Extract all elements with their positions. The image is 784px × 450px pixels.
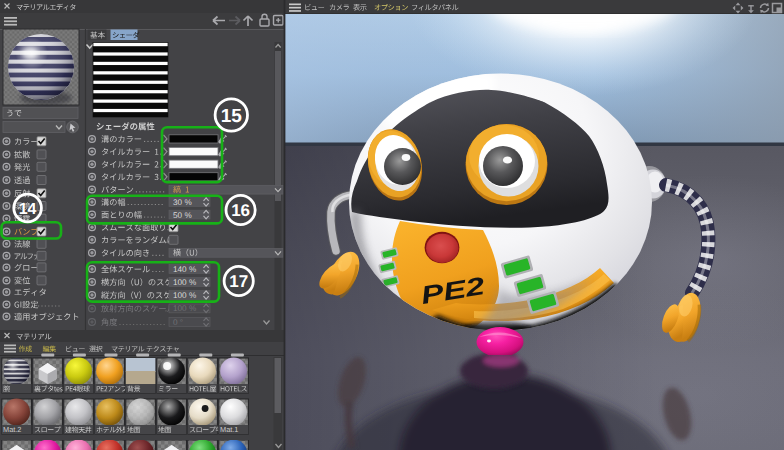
svg-text:17: 17 xyxy=(229,272,248,291)
svg-text:0 °: 0 ° xyxy=(173,318,183,327)
svg-text:16: 16 xyxy=(231,201,250,220)
svg-text:140 %: 140 % xyxy=(173,265,196,274)
svg-text:100 %: 100 % xyxy=(173,304,196,313)
svg-text:100 %: 100 % xyxy=(173,291,196,300)
svg-text:100 %: 100 % xyxy=(173,278,196,287)
svg-text:30 %: 30 % xyxy=(173,198,192,207)
svg-text:15: 15 xyxy=(221,106,243,127)
svg-text:14: 14 xyxy=(19,201,37,218)
svg-text:Mat.2: Mat.2 xyxy=(3,425,21,434)
svg-text:50 %: 50 % xyxy=(173,211,192,220)
svg-text:Mat.1: Mat.1 xyxy=(220,425,238,434)
